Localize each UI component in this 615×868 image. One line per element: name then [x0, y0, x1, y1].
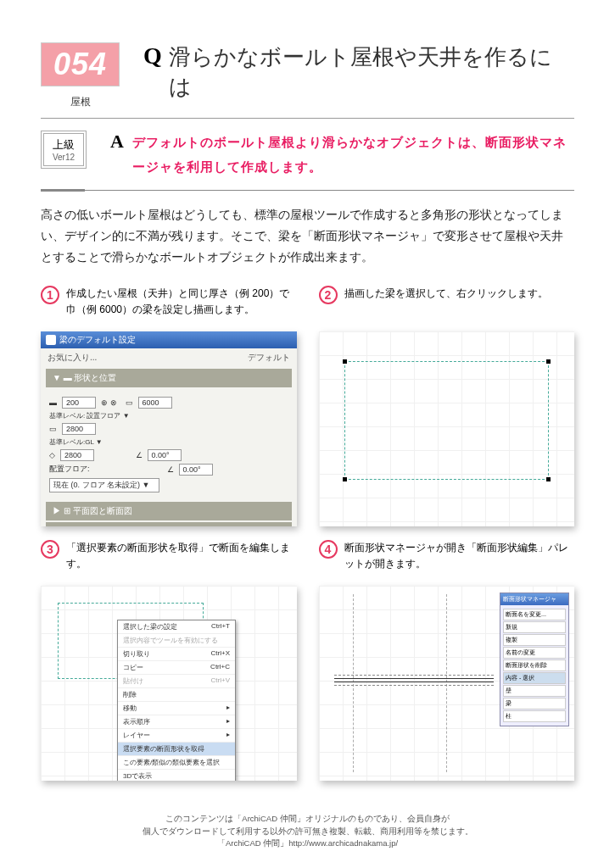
- height-field-1[interactable]: 2800: [62, 423, 96, 435]
- step-number: 3: [41, 540, 59, 559]
- floor-select[interactable]: 現在 (0. フロア 名未設定) ▼: [49, 478, 159, 492]
- profile-beam: [334, 675, 495, 687]
- floor-dropdown[interactable]: 基準レベル: 設置フロア ▼: [49, 411, 130, 420]
- steps-grid: 1 作成したい屋根（天井）と同じ厚さ（例 200）で巾（例 6000）の梁を設定…: [41, 286, 574, 781]
- step-text: 作成したい屋根（天井）と同じ厚さ（例 200）で巾（例 6000）の梁を設定し描…: [66, 286, 297, 318]
- step-number: 1: [41, 286, 59, 304]
- menu-item[interactable]: 移動▸: [118, 702, 235, 715]
- step-number: 4: [319, 540, 338, 559]
- beam-settings-dialog: 梁のデフォルト設定 お気に入り...デフォルト ▼ ▬ 形状と位置 ▬ 200 …: [41, 331, 297, 526]
- menu-item-get-profile[interactable]: 選択要素の断面形状を取得: [118, 743, 235, 756]
- dialog-titlebar: 梁のデフォルト設定: [41, 331, 297, 348]
- shape-position-panel[interactable]: ▼ ▬ 形状と位置: [46, 369, 292, 387]
- model-panel[interactable]: ▶ ▭ モデル: [46, 522, 292, 526]
- favorites-link[interactable]: お気に入り...: [48, 352, 97, 364]
- step-number: 2: [319, 286, 338, 304]
- palette-item[interactable]: 断面名を変更...: [503, 609, 566, 620]
- step-4: 4 断面形状マネージャが開き「断面形状編集」パレットが開きます。 断面形状マネー…: [319, 540, 575, 781]
- plan-section-panel[interactable]: ▶ ⊞ 平面図と断面図: [46, 502, 292, 520]
- body-text: 高さの低いボールト屋根はどうしても、標準の屋根ツールで作成すると多角形の形状とな…: [41, 205, 574, 269]
- q-mark: Q: [143, 42, 162, 70]
- palette-item[interactable]: 複製: [503, 634, 566, 646]
- footer-line-2: 個人でダウンロードして利用する以外の許可無き複製、転載、商用利用等を禁じます。: [0, 826, 615, 837]
- thickness-field[interactable]: 200: [62, 397, 96, 409]
- a-mark: A: [110, 131, 124, 153]
- step-1-image: 梁のデフォルト設定 お気に入り...デフォルト ▼ ▬ 形状と位置 ▬ 200 …: [41, 331, 297, 526]
- default-label: デフォルト: [248, 352, 290, 364]
- palette-item[interactable]: 梁: [503, 698, 566, 709]
- header: 054 屋根 Q 滑らかなボールト屋根や天井を作るには: [41, 42, 574, 109]
- footer-line-1: このコンテンツは「ArchiCAD 仲間」オリジナルのものであり、会員自身が: [0, 813, 615, 825]
- menu-item[interactable]: この要素/類似の類似要素を選択: [118, 756, 235, 770]
- step-2: 2 描画した梁を選択して、右クリックします。: [319, 286, 575, 526]
- palette-item[interactable]: 壁: [503, 685, 566, 697]
- footer-line-3: 「ArchiCAD 仲間」http://www.archicadnakama.j…: [0, 837, 615, 849]
- category-label: 屋根: [70, 95, 91, 109]
- step-4-image: 断面形状マネージャ 断面名を変更... 新規 複製 名前の変更 断面形状を削除 …: [319, 586, 575, 781]
- step-3: 3 「選択要素の断面形状を取得」で断面を編集します。 選択した梁の設定Ctrl+…: [41, 540, 297, 781]
- step-2-image: [319, 331, 575, 526]
- palette-section: 内容 - 選択: [503, 672, 566, 684]
- context-menu: 選択した梁の設定Ctrl+T 選択内容でツールを有効にする 切り取りCtrl+X…: [117, 620, 236, 781]
- level-box: 上級 Ver12: [41, 131, 87, 169]
- menu-item[interactable]: 貼付けCtrl+V: [118, 675, 235, 688]
- footer: このコンテンツは「ArchiCAD 仲間」オリジナルのものであり、会員自身が 個…: [0, 813, 615, 849]
- width-field[interactable]: 6000: [138, 397, 172, 409]
- divider-2: [41, 189, 574, 192]
- menu-item[interactable]: 3Dで表示: [118, 770, 235, 781]
- badge-wrap: 054 屋根: [41, 42, 120, 109]
- question-block: Q 滑らかなボールト屋根や天井を作るには: [143, 42, 574, 102]
- page-number-badge: 054: [41, 42, 120, 86]
- beam-outline[interactable]: [344, 361, 550, 480]
- answer-row: 上級 Ver12 A デフォルトのボールト屋根より滑らかなオブジェクトは、断面形…: [41, 131, 574, 179]
- palette-item[interactable]: 新規: [503, 621, 566, 633]
- menu-item[interactable]: 表示順序▸: [118, 715, 235, 729]
- menu-item[interactable]: 切り取りCtrl+X: [118, 648, 235, 661]
- step-1: 1 作成したい屋根（天井）と同じ厚さ（例 200）で巾（例 6000）の梁を設定…: [41, 286, 297, 526]
- divider: [41, 118, 574, 119]
- step-text: 描画した梁を選択して、右クリックします。: [344, 286, 548, 302]
- profile-manager-palette[interactable]: 断面形状マネージャ 断面名を変更... 新規 複製 名前の変更 断面形状を削除 …: [500, 593, 569, 726]
- palette-item[interactable]: 名前の変更: [503, 647, 566, 659]
- step-3-image: 選択した梁の設定Ctrl+T 選択内容でツールを有効にする 切り取りCtrl+X…: [41, 586, 297, 781]
- palette-title: 断面形状マネージャ: [500, 593, 568, 605]
- menu-item[interactable]: 削除: [118, 688, 235, 702]
- menu-item[interactable]: コピーCtrl+C: [118, 661, 235, 675]
- answer-text: デフォルトのボールト屋根より滑らかなオブジェクトは、断面形状マネージャを利用して…: [132, 131, 574, 179]
- menu-item[interactable]: レイヤー▸: [118, 729, 235, 743]
- height-field-2[interactable]: 2800: [60, 449, 94, 461]
- dialog-icon: [46, 335, 56, 345]
- question-text: 滑らかなボールト屋根や天井を作るには: [169, 42, 574, 102]
- reference-level-dropdown[interactable]: 基準レベル:GL ▼: [49, 437, 103, 447]
- level-label: 上級: [44, 137, 83, 153]
- palette-item[interactable]: 断面形状を削除: [503, 659, 566, 671]
- menu-item[interactable]: 選択した梁の設定Ctrl+T: [118, 620, 235, 634]
- menu-item[interactable]: 選択内容でツールを有効にする: [118, 634, 235, 648]
- step-text: 断面形状マネージャが開き「断面形状編集」パレットが開きます。: [344, 540, 575, 572]
- place-floor-label: 配置フロア:: [49, 464, 90, 475]
- step-text: 「選択要素の断面形状を取得」で断面を編集します。: [66, 540, 297, 572]
- palette-item[interactable]: 柱: [503, 710, 566, 722]
- version-label: Ver12: [44, 153, 83, 162]
